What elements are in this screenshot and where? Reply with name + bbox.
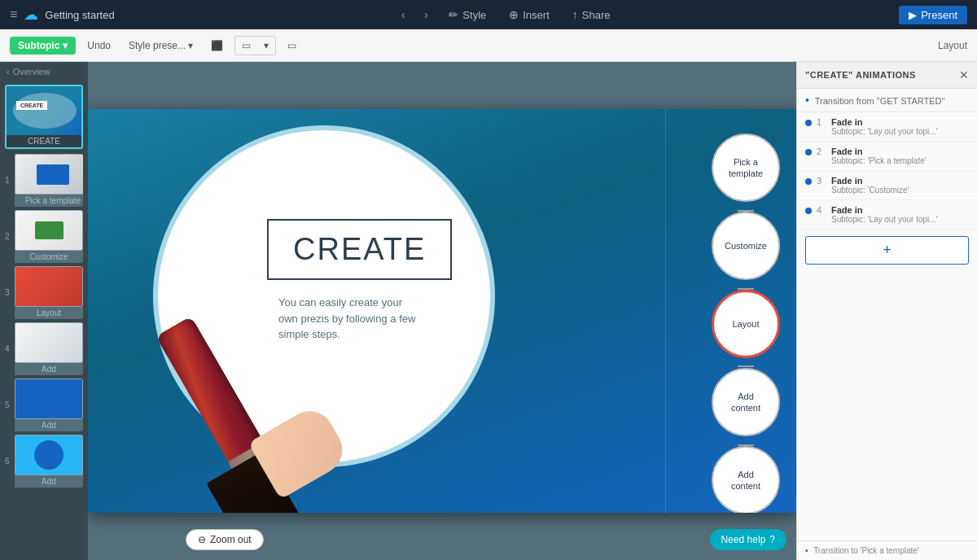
undo-button[interactable]: Undo xyxy=(81,37,117,55)
sidebar-slide-4[interactable]: 4 Add xyxy=(5,322,83,375)
animation-item-2[interactable]: 2 Fade in Subtopic: 'Pick a template' xyxy=(797,142,977,171)
border-dropdown-button[interactable]: ▾ xyxy=(257,37,275,55)
style-preset-dropdown-icon: ▾ xyxy=(188,40,193,51)
insert-label: Insert xyxy=(523,9,550,21)
anim-content-2: Fade in Subtopic: 'Pick a template' xyxy=(831,147,969,165)
style-preset-button[interactable]: Style prese... ▾ xyxy=(122,37,199,55)
slide-label-6: Add xyxy=(15,475,83,488)
fill-button[interactable]: ⬛ xyxy=(204,37,230,55)
share-button[interactable]: ↑ Share xyxy=(563,5,620,24)
present-icon: ▶ xyxy=(909,9,917,21)
present-button[interactable]: ▶ Present xyxy=(899,6,967,24)
anim-type-1: Fade in xyxy=(831,117,969,127)
insert-button[interactable]: ⊕ Insert xyxy=(499,5,559,24)
slide-label-1: Pick a template xyxy=(15,195,83,207)
add-animation-button[interactable]: + xyxy=(805,236,969,265)
top-bar-left: ≡ ☁ Getting started xyxy=(10,6,115,24)
border-button-group: ▭ ▾ xyxy=(234,36,276,55)
anim-type-3: Fade in xyxy=(831,176,969,186)
topic-circles: Pick atemplate Customize Layout Addconte… xyxy=(712,133,780,513)
anim-desc-4: Subtopic: 'Lay out your topi...' xyxy=(831,215,969,224)
slide-label-4: Add xyxy=(15,363,83,375)
sidebar-slide-2[interactable]: 2 Customize xyxy=(5,210,83,263)
panel-title: "CREATE" ANIMATIONS xyxy=(805,70,916,80)
slide-label-create: CREATE xyxy=(7,135,81,147)
sidebar-slide-3[interactable]: 3 Layout xyxy=(5,266,83,319)
right-panel: "CREATE" ANIMATIONS ✕ • Transition from … xyxy=(796,62,977,560)
subtopic-button[interactable]: Subtopic ▾ xyxy=(10,37,76,55)
toolbar-left: Subtopic ▾ Undo Style prese... ▾ ⬛ ▭ ▾ ▭ xyxy=(10,36,303,55)
topic-circle-pick-label: Pick atemplate xyxy=(725,153,766,183)
main-area: ‹ Overview CREATE CREATE 1 Pick a templa… xyxy=(0,62,977,560)
slide-label-3: Layout xyxy=(15,307,83,319)
share-label: Share xyxy=(582,9,611,21)
anim-bullet-4 xyxy=(805,208,812,214)
subtopic-label: Subtopic xyxy=(18,40,59,51)
slide-number-1: 1 xyxy=(5,176,13,185)
sidebar-slide-6[interactable]: 6 Add xyxy=(5,435,83,488)
top-bar-center: ‹ › ✏ Style ⊕ Insert ↑ Share xyxy=(393,5,620,24)
top-bar: ≡ ☁ Getting started ‹ › ✏ Style ⊕ Insert… xyxy=(0,0,977,29)
slide-thumb-preview-create: CREATE xyxy=(7,86,83,135)
topic-circle-customize[interactable]: Customize xyxy=(712,212,780,280)
panel-header: "CREATE" ANIMATIONS ✕ xyxy=(797,62,977,89)
topic-circle-layout[interactable]: Layout xyxy=(712,290,780,358)
panel-transition-from: • Transition from "GET STARTED" xyxy=(797,89,977,112)
anim-bullet-2 xyxy=(805,149,812,155)
fill-icon: ⬛ xyxy=(211,40,223,51)
hamburger-icon: ≡ xyxy=(10,7,17,21)
next-nav-button[interactable]: › xyxy=(416,5,436,24)
transition-to-label: Transition to 'Pick a template' xyxy=(813,546,919,555)
canvas-area: CREATE You can easily create your own pr… xyxy=(88,62,796,560)
topic-circle-add-content-2[interactable]: Addcontent xyxy=(712,446,780,513)
layout-icon: ▭ xyxy=(287,40,296,51)
brush-illustration xyxy=(169,296,479,513)
topic-circle-pick-template[interactable]: Pick atemplate xyxy=(712,133,780,202)
overview-label: Overview xyxy=(13,67,50,77)
anim-desc-2: Subtopic: 'Pick a template' xyxy=(831,156,969,165)
toolbar-right: Layout xyxy=(938,40,967,51)
animation-item-4[interactable]: 4 Fade in Subtopic: 'Lay out your topi..… xyxy=(797,200,977,230)
anim-number-1: 1 xyxy=(817,117,826,127)
sidebar-slide-5[interactable]: 5 Add xyxy=(5,378,83,431)
need-help-button[interactable]: Need help ? xyxy=(710,529,786,550)
slide-canvas[interactable]: CREATE You can easily create your own pr… xyxy=(88,109,796,513)
panel-close-button[interactable]: ✕ xyxy=(959,68,969,81)
anim-number-3: 3 xyxy=(817,176,826,186)
style-preset-label: Style prese... xyxy=(129,40,186,51)
present-label: Present xyxy=(921,9,957,21)
toolbar: Subtopic ▾ Undo Style prese... ▾ ⬛ ▭ ▾ ▭… xyxy=(0,29,977,62)
slide-label-5: Add xyxy=(15,419,83,431)
anim-desc-1: Subtopic: 'Lay out your topi...' xyxy=(831,127,969,136)
anim-content-3: Fade in Subtopic: 'Customize' xyxy=(831,176,969,195)
app-title: Getting started xyxy=(45,9,114,21)
create-title: CREATE xyxy=(293,232,426,266)
slide-divider xyxy=(665,109,666,513)
anim-number-4: 4 xyxy=(817,205,826,215)
slide-number-4: 4 xyxy=(5,344,13,353)
layout-icon-button[interactable]: ▭ xyxy=(281,37,303,55)
topic-circle-add-content-1[interactable]: Addcontent xyxy=(712,368,780,436)
anim-bullet-3 xyxy=(805,178,812,185)
share-icon: ↑ xyxy=(572,8,578,21)
back-icon: ‹ xyxy=(7,67,10,77)
hamburger-button[interactable]: ≡ xyxy=(10,7,17,22)
create-title-box[interactable]: CREATE xyxy=(267,219,452,280)
border-button[interactable]: ▭ xyxy=(235,37,257,55)
undo-label: Undo xyxy=(87,40,111,51)
animation-item-3[interactable]: 3 Fade in Subtopic: 'Customize' xyxy=(797,171,977,200)
zoom-out-button[interactable]: ⊖ Zoom out xyxy=(186,529,264,550)
border-icon: ▭ xyxy=(242,40,251,51)
prev-nav-button[interactable]: ‹ xyxy=(393,5,413,24)
sidebar-slide-create[interactable]: CREATE CREATE xyxy=(5,85,83,149)
topic-circle-add-content-2-label: Addcontent xyxy=(728,466,764,496)
overview-button[interactable]: ‹ Overview xyxy=(0,62,88,81)
sidebar-slide-1[interactable]: 1 Pick a template xyxy=(5,154,83,207)
slide-number-6: 6 xyxy=(5,457,13,466)
zoom-icon: ⊖ xyxy=(198,534,206,545)
bottom-bar: ⊖ Zoom out xyxy=(186,529,264,550)
slide-number-2: 2 xyxy=(5,232,13,241)
style-button[interactable]: ✏ Style xyxy=(439,5,496,24)
animation-item-1[interactable]: 1 Fade in Subtopic: 'Lay out your topi..… xyxy=(797,112,977,142)
anim-content-4: Fade in Subtopic: 'Lay out your topi...' xyxy=(831,205,969,224)
